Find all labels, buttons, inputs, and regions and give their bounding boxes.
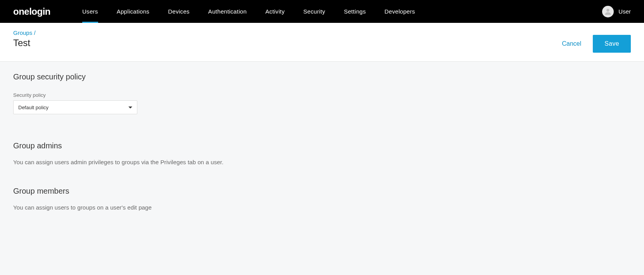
svg-point-0 xyxy=(607,9,609,11)
security-policy-selected-value: Default policy xyxy=(18,105,48,110)
user-menu[interactable]: User xyxy=(602,6,631,17)
user-name-label: User xyxy=(618,8,631,15)
breadcrumb: Groups / xyxy=(13,29,36,36)
nav-users[interactable]: Users xyxy=(73,0,107,23)
brand-logo[interactable]: onelogin xyxy=(13,6,50,17)
nav-activity[interactable]: Activity xyxy=(256,0,294,23)
security-policy-label: Security policy xyxy=(13,92,631,98)
section-security-policy: Group security policy Security policy De… xyxy=(13,72,631,114)
nav-authentication[interactable]: Authentication xyxy=(199,0,256,23)
nav-settings[interactable]: Settings xyxy=(334,0,375,23)
members-helper-text: You can assign users to groups on a user… xyxy=(13,204,631,211)
cancel-button[interactable]: Cancel xyxy=(562,40,582,47)
nav-security[interactable]: Security xyxy=(294,0,335,23)
nav-applications[interactable]: Applications xyxy=(107,0,159,23)
header-actions: Cancel Save xyxy=(562,35,631,53)
topbar: onelogin Users Applications Devices Auth… xyxy=(0,0,644,23)
main-nav: Users Applications Devices Authenticatio… xyxy=(73,0,424,23)
save-button[interactable]: Save xyxy=(593,35,631,53)
section-group-admins: Group admins You can assign users admin … xyxy=(13,141,631,165)
section-heading-policy: Group security policy xyxy=(13,72,631,81)
section-heading-members: Group members xyxy=(13,187,631,196)
caret-down-icon xyxy=(128,107,132,108)
avatar-icon xyxy=(602,6,614,17)
page-title: Test xyxy=(13,38,36,48)
section-heading-admins: Group admins xyxy=(13,141,631,150)
nav-devices[interactable]: Devices xyxy=(159,0,199,23)
nav-developers[interactable]: Developers xyxy=(375,0,424,23)
header-titles: Groups / Test xyxy=(13,29,36,48)
breadcrumb-separator: / xyxy=(34,29,35,36)
admins-helper-text: You can assign users admin privileges to… xyxy=(13,159,631,165)
section-group-members: Group members You can assign users to gr… xyxy=(13,187,631,211)
security-policy-select[interactable]: Default policy xyxy=(13,100,137,114)
breadcrumb-groups-link[interactable]: Groups xyxy=(13,29,32,36)
page-header: Groups / Test Cancel Save xyxy=(0,23,644,62)
content-area: Group security policy Security policy De… xyxy=(0,62,644,249)
